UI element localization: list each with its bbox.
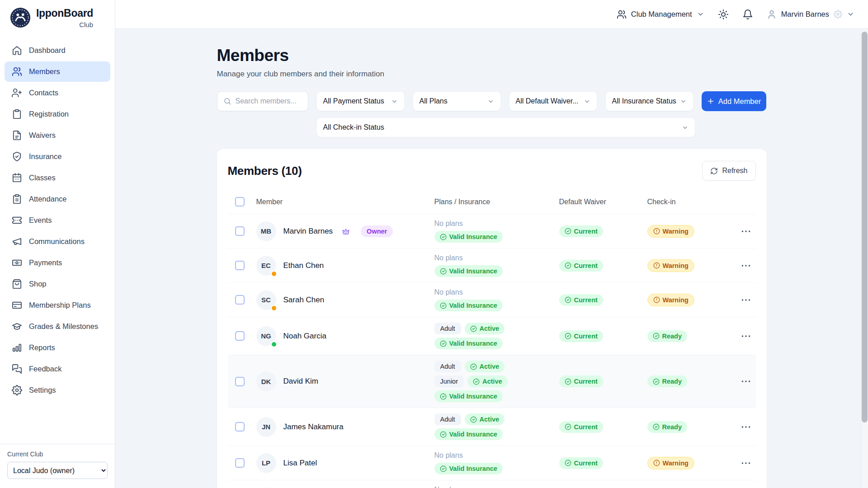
current-club-section: Current Club Local Judo (owner) [0, 444, 115, 488]
status-badge: Current [559, 225, 603, 237]
shopping-bag-icon [12, 279, 22, 289]
default-waiver-cell: Current [559, 330, 647, 342]
sidebar-item-payments[interactable]: Payments [5, 253, 110, 273]
sidebar-item-contacts[interactable]: Contacts [5, 83, 110, 103]
status-badge-label: Ready [662, 423, 682, 431]
sidebar-item-waivers[interactable]: Waivers [5, 125, 110, 145]
message-square-icon [12, 364, 22, 374]
refresh-button[interactable]: Refresh [702, 161, 755, 181]
sidebar-item-members[interactable]: Members [5, 61, 110, 82]
club-management-label: Club Management [631, 10, 692, 19]
page-subtitle: Manage your club members and their infor… [217, 70, 767, 79]
plan-line: JuniorActive [434, 375, 508, 387]
avatar-initials: DK [261, 378, 271, 385]
checkbox-cell [228, 331, 250, 341]
status-badge-label: Current [574, 262, 598, 269]
member-cell: JNJames Nakamura [250, 417, 434, 437]
checkin-cell: Warning [647, 294, 736, 306]
status-badge-label: Active [480, 363, 500, 370]
avatar-initials: SC [261, 296, 271, 304]
row-checkbox[interactable] [235, 261, 245, 270]
plans-filter[interactable]: All Plans [413, 91, 501, 111]
member-name: Ethan Chen [283, 261, 324, 270]
sidebar-item-attendance[interactable]: Attendance [5, 189, 110, 209]
row-checkbox[interactable] [235, 226, 245, 236]
alert-circle-icon [653, 296, 660, 303]
plan-tier-badge: Adult [434, 413, 461, 425]
row-actions-button[interactable] [740, 421, 752, 433]
checkin-cell: Warning [647, 225, 736, 238]
club-management-menu[interactable]: Club Management [617, 9, 704, 19]
avatar: DK [256, 371, 276, 391]
checkin-cell: Ready [647, 375, 736, 387]
row-checkbox[interactable] [235, 458, 245, 468]
user-menu[interactable]: Marvin Barnes [767, 9, 854, 19]
chevron-down-icon [584, 98, 590, 105]
sidebar-item-grades-milestones[interactable]: Grades & Milestones [5, 316, 110, 337]
sidebar-item-shop[interactable]: Shop [5, 274, 110, 294]
checkin-status-filter[interactable]: All Check-in Status [316, 117, 695, 137]
check-circle-icon [440, 302, 447, 309]
default-waiver-cell: Current [559, 294, 647, 306]
row-checkbox[interactable] [235, 331, 245, 341]
scrollbar-thumb[interactable] [862, 32, 868, 422]
users-icon [12, 66, 22, 77]
status-badge-label: Active [480, 416, 500, 423]
status-dot [271, 271, 277, 277]
theme-toggle-button[interactable] [718, 9, 729, 20]
no-plans-text: No plans [434, 486, 463, 488]
check-circle-icon [565, 333, 571, 339]
sidebar-item-membership-plans[interactable]: Membership Plans [5, 295, 110, 315]
status-badge: Active [465, 361, 505, 372]
status-badge-label: Valid Insurance [449, 267, 497, 275]
notifications-button[interactable] [742, 9, 753, 20]
search-input[interactable] [236, 97, 302, 105]
avatar: EC [256, 256, 276, 276]
payment-status-value: All Payment Status [323, 97, 384, 105]
sidebar-item-reports[interactable]: Reports [5, 338, 110, 358]
current-club-label: Current Club [7, 450, 108, 458]
select-all-checkbox[interactable] [235, 197, 245, 206]
megaphone-icon [12, 236, 22, 247]
brand-text: IpponBoard Club [36, 7, 93, 28]
default-waiver-filter[interactable]: All Default Waiver... [509, 91, 597, 111]
sidebar-item-label: Membership Plans [29, 301, 91, 310]
sidebar-item-events[interactable]: Events [5, 210, 110, 230]
row-actions-button[interactable] [740, 294, 752, 306]
payment-status-filter[interactable]: All Payment Status [316, 91, 405, 111]
row-actions-button[interactable] [740, 225, 752, 237]
status-badge: Warning [647, 294, 694, 306]
sidebar-item-classes[interactable]: Classes [5, 168, 110, 188]
add-member-button[interactable]: Add Member [702, 91, 766, 111]
sidebar-item-settings[interactable]: Settings [5, 380, 110, 400]
row-actions-button[interactable] [740, 457, 752, 469]
insurance-status-filter[interactable]: All Insurance Status [605, 91, 693, 111]
current-club-select[interactable]: Local Judo (owner) [7, 462, 108, 479]
sidebar-item-feedback[interactable]: Feedback [5, 359, 110, 379]
check-circle-icon [440, 268, 447, 275]
row-actions-button[interactable] [740, 330, 752, 342]
check-circle-icon [470, 363, 477, 370]
row-actions-button[interactable] [740, 375, 752, 387]
sidebar-item-communications[interactable]: Communications [5, 231, 110, 252]
sidebar-item-label: Registration [29, 110, 69, 118]
sidebar-item-insurance[interactable]: Insurance [5, 146, 110, 167]
status-badge: Active [465, 413, 505, 425]
gear-icon [834, 10, 842, 19]
sidebar-item-label: Shop [29, 280, 47, 288]
sidebar-item-registration[interactable]: Registration [5, 104, 110, 124]
row-actions-button[interactable] [740, 260, 752, 272]
plan-tier-badge: Junior [434, 375, 464, 387]
row-checkbox[interactable] [235, 295, 245, 305]
row-checkbox[interactable] [235, 422, 245, 432]
check-circle-icon [470, 325, 477, 332]
status-badge: Warning [647, 259, 694, 272]
row-checkbox[interactable] [235, 377, 245, 386]
avatar-initials: MB [261, 227, 271, 235]
sidebar-item-label: Dashboard [29, 46, 66, 55]
sidebar-item-dashboard[interactable]: Dashboard [5, 40, 110, 61]
sidebar-item-label: Waivers [29, 131, 56, 140]
checkin-cell: Ready [647, 421, 736, 433]
scrollbar-track[interactable] [861, 29, 868, 488]
column-header-checkin: Check-in [647, 198, 736, 206]
